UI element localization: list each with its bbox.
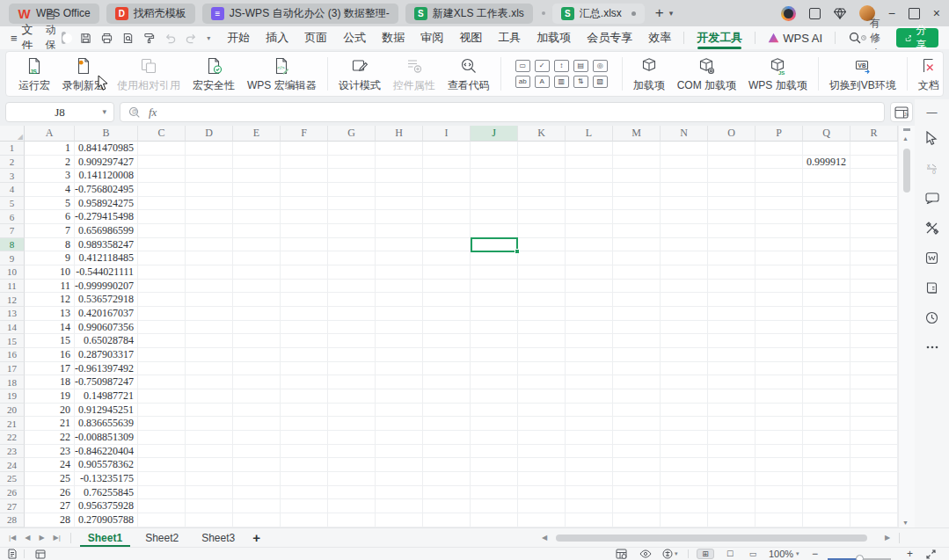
cell-F4[interactable] <box>281 183 328 197</box>
cell-Q1[interactable] <box>803 142 850 156</box>
cell-I2[interactable] <box>423 156 471 170</box>
menu-tab-视图[interactable]: 视图 <box>459 26 482 49</box>
cell-B10[interactable]: -0.544021111 <box>75 265 138 280</box>
comment-icon[interactable] <box>923 189 941 207</box>
cell-N19[interactable] <box>661 389 708 404</box>
cell-L10[interactable] <box>566 265 613 280</box>
cell-K26[interactable] <box>518 486 566 500</box>
cell-L12[interactable] <box>566 293 613 307</box>
cell-K11[interactable] <box>518 280 566 294</box>
cell-J12[interactable] <box>471 293 518 307</box>
cell-B1[interactable]: 0.841470985 <box>75 142 138 156</box>
cell-I15[interactable] <box>423 334 471 348</box>
menu-tab-开发工具[interactable]: 开发工具 <box>697 26 742 49</box>
cell-G17[interactable] <box>328 362 376 376</box>
history-clock-icon[interactable] <box>923 309 941 326</box>
cell-J15[interactable] <box>471 334 518 348</box>
cell-C18[interactable] <box>138 375 186 389</box>
cell-C5[interactable] <box>138 197 186 211</box>
cell-I21[interactable] <box>423 417 471 431</box>
cell-Q20[interactable] <box>803 404 850 418</box>
cell-A21[interactable]: 21 <box>25 417 75 431</box>
cell-L2[interactable] <box>566 156 613 170</box>
gem-icon[interactable] <box>834 8 846 19</box>
tools-icon[interactable] <box>923 219 941 236</box>
cell-D18[interactable] <box>186 375 233 389</box>
cell-J28[interactable] <box>471 513 518 527</box>
cell-I26[interactable] <box>423 486 471 500</box>
cell-R23[interactable] <box>850 445 898 459</box>
cell-M20[interactable] <box>613 404 661 418</box>
cell-K4[interactable] <box>518 183 566 197</box>
cell-J9[interactable] <box>471 251 518 265</box>
cell-C7[interactable] <box>138 224 186 238</box>
cell-P28[interactable] <box>756 513 803 527</box>
search-icon[interactable] <box>849 32 861 44</box>
cell-R9[interactable] <box>850 251 898 265</box>
cell-G20[interactable] <box>328 404 376 418</box>
cell-H27[interactable] <box>376 499 423 513</box>
cell-M26[interactable] <box>613 486 661 500</box>
cell-M13[interactable] <box>613 307 661 321</box>
redo-icon[interactable] <box>186 33 197 44</box>
cell-P26[interactable] <box>756 486 803 500</box>
cell-A6[interactable]: 6 <box>25 210 75 224</box>
cell-E19[interactable] <box>233 389 281 404</box>
cell-P16[interactable] <box>756 348 803 362</box>
cell-I10[interactable] <box>423 265 471 280</box>
eye-protect-icon[interactable] <box>639 548 652 560</box>
vertical-scrollbar[interactable]: ▲ ▼ <box>898 126 915 527</box>
row-header-6[interactable]: 6 <box>0 210 25 224</box>
cell-F20[interactable] <box>281 404 328 418</box>
column-header-D[interactable]: D <box>186 126 233 142</box>
cell-K9[interactable] <box>518 251 566 265</box>
cell-F21[interactable] <box>281 417 328 431</box>
document-button[interactable]: 文档 <box>912 54 945 95</box>
cell-J3[interactable] <box>471 169 518 183</box>
cell-M14[interactable] <box>613 321 661 335</box>
cell-K10[interactable] <box>518 265 566 280</box>
cell-M21[interactable] <box>613 417 661 431</box>
cell-P20[interactable] <box>756 404 803 418</box>
column-header-K[interactable]: K <box>518 126 566 142</box>
cell-P2[interactable] <box>756 156 803 170</box>
cell-A8[interactable]: 8 <box>25 238 75 252</box>
cell-A11[interactable]: 11 <box>25 280 75 294</box>
cell-L1[interactable] <box>566 142 613 156</box>
cell-F27[interactable] <box>281 499 328 513</box>
cell-F24[interactable] <box>281 458 328 472</box>
cell-I5[interactable] <box>423 197 471 211</box>
cell-O23[interactable] <box>708 445 756 459</box>
cell-K21[interactable] <box>518 417 566 431</box>
cell-Q26[interactable] <box>803 486 850 500</box>
cell-O3[interactable] <box>708 169 756 183</box>
cell-F6[interactable] <box>281 210 328 224</box>
cell-P15[interactable] <box>756 334 803 348</box>
cell-O24[interactable] <box>708 458 756 472</box>
cell-H18[interactable] <box>376 375 423 389</box>
cell-D12[interactable] <box>186 293 233 307</box>
row-header-7[interactable]: 7 <box>0 224 25 238</box>
cell-R1[interactable] <box>850 142 898 156</box>
row-header-21[interactable]: 21 <box>0 417 25 431</box>
cell-F7[interactable] <box>281 224 328 238</box>
column-header-B[interactable]: B <box>75 126 138 142</box>
cell-E3[interactable] <box>233 169 281 183</box>
fill-handle[interactable] <box>515 249 520 254</box>
cell-J20[interactable] <box>471 404 518 418</box>
cell-H28[interactable] <box>376 513 423 527</box>
cell-H4[interactable] <box>376 183 423 197</box>
cell-G8[interactable] <box>328 238 376 252</box>
assistant-icon[interactable] <box>781 6 796 21</box>
cell-L20[interactable] <box>566 404 613 418</box>
cell-H23[interactable] <box>376 445 423 459</box>
more-chevron-icon[interactable]: ▾ <box>207 34 210 42</box>
cell-F17[interactable] <box>281 362 328 376</box>
cell-R26[interactable] <box>850 486 898 500</box>
cell-E16[interactable] <box>233 348 281 362</box>
cell-R10[interactable] <box>850 265 898 280</box>
cell-B20[interactable]: 0.912945251 <box>75 404 138 418</box>
cell-D22[interactable] <box>186 431 233 445</box>
cell-L5[interactable] <box>566 197 613 211</box>
cell-P9[interactable] <box>756 251 803 265</box>
